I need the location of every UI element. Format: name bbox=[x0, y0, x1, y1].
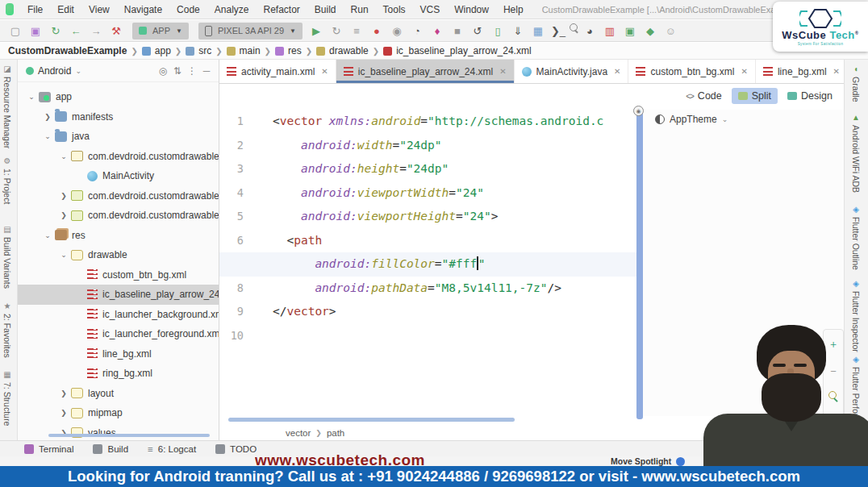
stripe-2-favorites[interactable]: ★2: Favorites bbox=[2, 302, 12, 358]
tree-item-com.devdroid.customdrawableexample-an[interactable]: ❯com.devdroid.customdrawableexample (an bbox=[18, 186, 219, 206]
menu-item-analyze[interactable]: Analyze bbox=[207, 0, 257, 19]
collapse-all-icon[interactable]: ⇅ bbox=[170, 65, 185, 77]
run-icon[interactable]: ▶ bbox=[307, 23, 325, 38]
debug-icon[interactable]: ● bbox=[368, 23, 386, 38]
stop-icon[interactable]: ■ bbox=[449, 23, 466, 38]
profiler-icon[interactable]: ◔ bbox=[408, 23, 426, 38]
tree-item-values[interactable]: ❯values bbox=[18, 423, 219, 441]
open-icon[interactable]: ▢ bbox=[6, 23, 24, 38]
stripe-flutter-outline[interactable]: ◈Flutter Outline bbox=[851, 205, 861, 270]
tree-item-drawable[interactable]: ⌄drawable bbox=[18, 245, 219, 265]
rerun-icon[interactable]: ↻ bbox=[328, 23, 345, 38]
back-icon[interactable]: ← bbox=[67, 23, 85, 38]
bottom-tab-6-logcat[interactable]: ≡6: Logcat bbox=[148, 444, 196, 454]
view-mode-design[interactable]: Design bbox=[781, 88, 839, 104]
close-tab-icon[interactable]: ✕ bbox=[833, 67, 840, 76]
bottom-tab-build[interactable]: Build bbox=[93, 444, 128, 454]
tree-item-MainActivity[interactable]: MainActivity bbox=[18, 166, 219, 186]
gradle-sync-icon[interactable]: ↺ bbox=[469, 23, 486, 38]
code-editor[interactable]: 12345678910 <vector xmlns:android="http:… bbox=[219, 110, 636, 416]
stripe-gradle[interactable]: ◖Gradle bbox=[851, 65, 861, 102]
record-icon[interactable]: ◕ bbox=[581, 23, 599, 38]
frame-button[interactable] bbox=[829, 414, 837, 421]
editor-breadcrumb-path[interactable]: path bbox=[327, 428, 344, 438]
menu-item-code[interactable]: Code bbox=[169, 0, 207, 19]
editor-breadcrumb-vector[interactable]: vector bbox=[286, 428, 311, 438]
search-icon[interactable] bbox=[570, 23, 578, 32]
breadcrumb-main[interactable]: main bbox=[227, 45, 261, 56]
tab-line_bg.xml[interactable]: line_bg.xml✕ bbox=[756, 60, 848, 83]
tree-item-ic_baseline_play_arrow_24.xml[interactable]: ic_baseline_play_arrow_24.xml bbox=[18, 285, 219, 305]
tab-activity_main.xml[interactable]: activity_main.xml✕ bbox=[219, 60, 336, 83]
menu-item-view[interactable]: View bbox=[81, 0, 117, 19]
menu-item-vcs[interactable]: VCS bbox=[413, 0, 448, 19]
tree-item-app[interactable]: ⌄app bbox=[18, 87, 219, 107]
build-hammer-icon[interactable]: ⚒ bbox=[107, 23, 125, 38]
sdk-manager-icon[interactable]: ⇓ bbox=[509, 23, 527, 38]
assistant-icon[interactable]: ◆ bbox=[641, 23, 659, 38]
run-coverage-icon[interactable]: ◉ bbox=[388, 23, 406, 38]
more-options-icon[interactable]: ⋮ bbox=[185, 65, 199, 77]
run-configurations-icon[interactable]: ≡ bbox=[348, 23, 365, 38]
stripe-flutter-inspector[interactable]: ◈Flutter Inspector bbox=[851, 279, 861, 352]
zoom-out-button[interactable]: − bbox=[830, 365, 837, 377]
breadcrumb-res[interactable]: res bbox=[275, 45, 302, 56]
tree-item-ic_launcher_background.xml[interactable]: ic_launcher_background.xml bbox=[18, 305, 219, 325]
breadcrumb-CustomDrawableExample[interactable]: CustomDrawableExample bbox=[8, 45, 127, 56]
breadcrumb-ic_baseline_play_arrow_24.xml[interactable]: ic_baseline_play_arrow_24.xml bbox=[383, 45, 531, 56]
stripe-7-structure[interactable]: ▦7: Structure bbox=[2, 370, 12, 426]
bottom-tab-todo[interactable]: TODO bbox=[215, 444, 257, 454]
menu-item-window[interactable]: Window bbox=[447, 0, 496, 19]
avd-manager-icon[interactable]: ▯ bbox=[489, 23, 507, 38]
split-divider[interactable] bbox=[636, 111, 643, 419]
run-configuration-dropdown[interactable]: APP ▼ bbox=[132, 23, 189, 40]
project-structure-icon[interactable]: ▦ bbox=[529, 23, 547, 38]
locate-icon[interactable]: ◎ bbox=[156, 65, 170, 77]
forward-icon[interactable]: → bbox=[87, 23, 105, 38]
tree-item-custom_btn_bg.xml[interactable]: custom_btn_bg.xml bbox=[18, 265, 219, 285]
close-tab-icon[interactable]: ✕ bbox=[741, 67, 748, 76]
sync-icon[interactable]: ↻ bbox=[47, 23, 65, 38]
view-mode-code[interactable]: <>Code bbox=[679, 88, 728, 104]
view-mode-split[interactable]: Split bbox=[732, 88, 778, 104]
menu-item-help[interactable]: Help bbox=[496, 0, 531, 19]
close-tab-icon[interactable]: ✕ bbox=[614, 67, 620, 76]
hide-panel-icon[interactable]: ─ bbox=[199, 65, 214, 77]
tree-item-ring_bg.xml[interactable]: ring_bg.xml bbox=[18, 364, 219, 384]
terminal-icon[interactable]: ❯_ bbox=[549, 23, 567, 38]
stripe-resource-manager[interactable]: ◪Resource Manager bbox=[2, 65, 12, 148]
bottom-tab-terminal[interactable]: Terminal bbox=[24, 444, 73, 454]
tree-item-res[interactable]: ⌄res bbox=[18, 226, 219, 246]
tree-item-ic_launcher_foreground.xml-v24-[interactable]: ic_launcher_foreground.xml (v24) bbox=[18, 324, 219, 344]
menu-item-tools[interactable]: Tools bbox=[376, 0, 413, 19]
save-all-icon[interactable]: ▣ bbox=[27, 23, 44, 38]
code-pane[interactable]: <vector xmlns:android="http://schemas.an… bbox=[273, 110, 636, 416]
tree-item-com.devdroid.customdrawableexample-te[interactable]: ❯com.devdroid.customdrawableexample (te bbox=[18, 206, 219, 226]
menu-item-build[interactable]: Build bbox=[307, 0, 344, 19]
editor-horizontal-scrollbar[interactable] bbox=[228, 418, 515, 422]
tree-horizontal-scrollbar[interactable] bbox=[48, 434, 210, 437]
close-tab-icon[interactable]: ✕ bbox=[321, 67, 328, 76]
breadcrumb-src[interactable]: src bbox=[186, 45, 211, 56]
menu-item-refactor[interactable]: Refactor bbox=[257, 0, 307, 19]
stripe-android-wifi-adb[interactable]: ▲Android WiFi ADB bbox=[851, 113, 861, 193]
menu-item-navigate[interactable]: Navigate bbox=[117, 0, 169, 19]
tree-item-layout[interactable]: ❯layout bbox=[18, 384, 219, 404]
zoom-to-fit-button[interactable] bbox=[828, 391, 838, 401]
device-dropdown[interactable]: PIXEL 3A API 29 ▼ bbox=[198, 23, 303, 40]
project-view-selector[interactable]: Android bbox=[38, 65, 71, 77]
tab-custom_btn_bg.xml[interactable]: custom_btn_bg.xml✕ bbox=[628, 60, 755, 83]
zoom-in-button[interactable]: ＋ bbox=[828, 337, 839, 352]
tree-item-java[interactable]: ⌄java bbox=[18, 127, 219, 147]
avatar-icon[interactable]: ☺ bbox=[661, 23, 679, 38]
menu-item-file[interactable]: File bbox=[20, 0, 50, 19]
menu-item-edit[interactable]: Edit bbox=[50, 0, 81, 19]
tab-MainActivity.java[interactable]: MainActivity.java✕ bbox=[515, 60, 629, 83]
breadcrumb-app[interactable]: app bbox=[142, 45, 171, 56]
spotlight-dot-icon[interactable] bbox=[676, 457, 685, 466]
tree-item-manifests[interactable]: ❯manifests bbox=[18, 107, 219, 127]
stripe-1-project[interactable]: ⚙1: Project bbox=[2, 156, 12, 204]
tab-ic_baseline_play_arrow_24.xml[interactable]: ic_baseline_play_arrow_24.xml✕ bbox=[336, 60, 515, 83]
profile-columns-icon[interactable]: ▥ bbox=[601, 23, 619, 38]
theme-selector[interactable]: AppTheme ⌄ bbox=[655, 114, 728, 125]
